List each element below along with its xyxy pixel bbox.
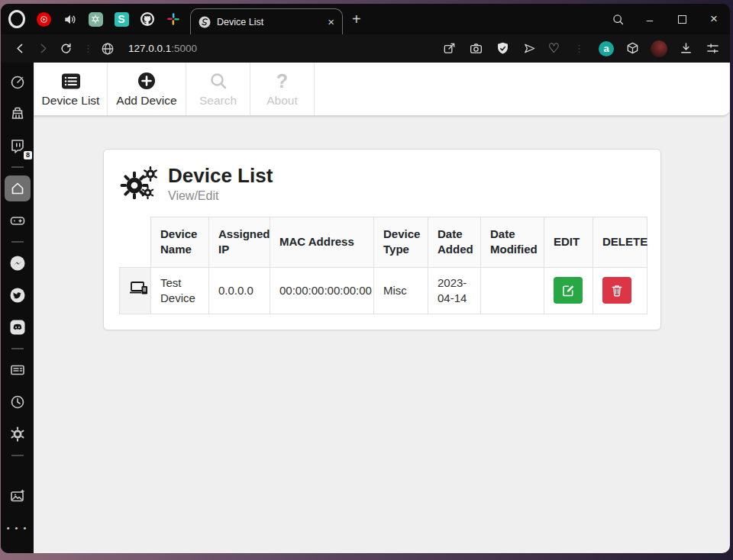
cell-delete (593, 267, 647, 314)
twitch-badge: 8 (24, 151, 31, 159)
profile-avatar[interactable] (651, 40, 667, 57)
s-app-icon[interactable]: S (114, 11, 129, 27)
web-page: Device List Add Device Search ? About (34, 63, 730, 553)
cell-mac-address: 00:00:00:00:00:00 (270, 267, 374, 314)
messenger-icon[interactable] (5, 250, 31, 276)
site-nav: Device List Add Device Search ? About (34, 63, 730, 117)
nav-label: About (266, 94, 298, 108)
cleaner-brush-icon[interactable] (5, 101, 31, 127)
my-flow-send-icon[interactable] (521, 40, 538, 57)
minimize-button[interactable]: – (634, 4, 666, 34)
col-date-added: Date Added (428, 217, 481, 267)
nav-item-search[interactable]: Search (186, 63, 250, 115)
card-titles: Device List View/Edit (168, 165, 273, 203)
forward-icon[interactable] (33, 39, 53, 59)
cell-device-name: Test Device (151, 267, 209, 314)
cell-device-type: Misc (374, 267, 428, 314)
news-feed-icon[interactable] (5, 357, 31, 383)
table-row: Test Device 0.0.0.0 00:00:00:00:00:00 Mi… (120, 267, 647, 314)
bookmark-heart-icon[interactable]: ♡ (548, 40, 560, 56)
devices-icon (129, 280, 149, 297)
maximize-button[interactable] (666, 4, 698, 34)
col-device-type: Device Type (374, 217, 428, 267)
image-gallery-icon[interactable] (5, 483, 31, 509)
amazon-extension-icon[interactable]: a (599, 41, 614, 56)
device-list-icon (61, 72, 81, 90)
device-table: Device Name Assigned IP MAC Address Devi… (119, 217, 647, 315)
nav-label: Device List (42, 94, 100, 108)
edit-button[interactable] (554, 277, 583, 304)
browser-tab-device-list[interactable]: Device List × (190, 8, 343, 34)
question-icon: ? (276, 72, 288, 90)
browser-window: S Device List × + – × (1, 4, 730, 553)
chrome-search-icon[interactable] (602, 4, 634, 34)
card-header: Device List View/Edit (119, 165, 645, 203)
twitter-icon[interactable] (5, 282, 31, 308)
new-tab-button[interactable]: + (352, 11, 361, 28)
url-host[interactable]: 127.0.0.1 (128, 43, 171, 54)
nav-label: Add Device (116, 94, 176, 108)
easy-setup-sliders-icon[interactable] (704, 40, 721, 57)
downloads-icon[interactable] (677, 40, 694, 57)
speed-dial-icon[interactable] (5, 69, 31, 95)
tab-favicon (199, 16, 211, 28)
pinned-tabs: S (36, 11, 181, 27)
col-device-name: Device Name (151, 217, 209, 267)
sidebar-divider (11, 348, 24, 349)
url-bar: ⋮ 127.0.0.1:5000 ♡ ⋮ a (1, 34, 730, 63)
pinboard-icon[interactable] (441, 40, 458, 57)
card-title: Device List (168, 165, 273, 187)
col-assigned-ip: Assigned IP (209, 217, 270, 267)
table-header-row: Device Name Assigned IP MAC Address Devi… (120, 217, 647, 267)
volume-icon[interactable] (62, 11, 77, 27)
sidebar-divider (11, 241, 24, 243)
urlbar-separator: ⋮ (83, 43, 93, 54)
opera-menu-icon[interactable] (8, 10, 25, 28)
reload-icon[interactable] (56, 39, 76, 59)
delete-button[interactable] (602, 277, 631, 304)
add-device-icon (137, 72, 156, 90)
tab-close-icon[interactable]: × (328, 15, 334, 28)
back-icon[interactable] (10, 39, 30, 59)
cell-edit (544, 267, 593, 314)
cell-date-added: 2023-04-14 (428, 267, 481, 314)
home-icon[interactable] (5, 175, 31, 201)
sidebar-overflow-icon[interactable]: • • • (5, 515, 31, 541)
close-button[interactable]: × (698, 4, 730, 34)
youtube-music-icon[interactable] (36, 11, 51, 27)
shield-check-icon[interactable] (495, 40, 512, 57)
snapshot-camera-icon[interactable] (468, 40, 485, 57)
device-list-card: Device List View/Edit Device Name (103, 149, 661, 330)
cell-assigned-ip: 0.0.0.0 (209, 267, 270, 314)
cell-date-modified (481, 267, 544, 314)
slack-icon[interactable] (166, 11, 181, 27)
browser-main: 8 (1, 63, 730, 553)
site-globe-icon[interactable] (98, 39, 118, 59)
chatgpt-icon[interactable] (88, 11, 103, 27)
discord-icon[interactable] (5, 314, 31, 340)
twitch-icon[interactable]: 8 (5, 133, 31, 159)
nav-item-device-list[interactable]: Device List (34, 63, 108, 115)
github-icon[interactable] (140, 11, 155, 27)
search-icon (209, 72, 228, 90)
opera-sidebar: 8 (1, 63, 34, 553)
card-subtitle: View/Edit (168, 189, 273, 203)
nav-item-about[interactable]: ? About (250, 63, 315, 115)
sidebar-divider (11, 166, 24, 168)
settings-gear-icon[interactable] (5, 421, 31, 447)
col-edit: EDIT (544, 217, 593, 267)
tab-bar: S Device List × + – × (1, 4, 730, 34)
cube-extension-icon[interactable] (624, 40, 641, 57)
page-body: Device List View/Edit Device Name (34, 117, 730, 553)
nav-item-add-device[interactable]: Add Device (108, 63, 186, 115)
gamepad-icon[interactable] (5, 208, 31, 233)
nav-label: Search (199, 94, 237, 108)
extensions-separator: ⋮ (574, 43, 584, 54)
urlbar-actions: ♡ ⋮ a (441, 40, 721, 57)
col-date-modified: Date Modified (481, 217, 544, 267)
tab-title: Device List (217, 17, 321, 27)
pencil-square-icon (562, 284, 575, 297)
desktop-background: S Device List × + – × (0, 0, 733, 560)
url-port[interactable]: :5000 (171, 43, 197, 54)
history-clock-icon[interactable] (5, 389, 31, 415)
